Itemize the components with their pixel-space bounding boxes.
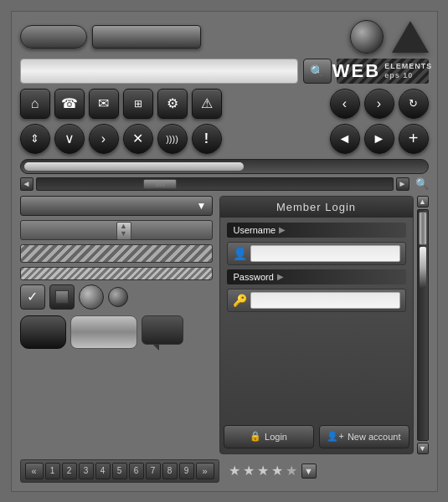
page-next[interactable]: » bbox=[196, 463, 214, 479]
icon-settings[interactable]: ⚙ bbox=[157, 89, 188, 119]
striped-bar-1 bbox=[20, 244, 213, 263]
icon-exclaim[interactable]: ! bbox=[192, 124, 222, 154]
icon-arrow-down[interactable]: ∨ bbox=[54, 124, 85, 154]
icon-warning[interactable]: ⚠ bbox=[192, 89, 222, 119]
slider-handle[interactable]: ▲▼ bbox=[116, 222, 131, 240]
lock-icon: 🔒 bbox=[250, 431, 261, 442]
icon-refresh[interactable]: ↻ bbox=[399, 89, 429, 119]
new-account-label: New account bbox=[348, 432, 401, 442]
vscroll-up[interactable]: ▲ bbox=[417, 196, 429, 207]
username-input-row: 👤 bbox=[227, 242, 406, 265]
login-button[interactable]: 🔒 Login bbox=[224, 425, 314, 448]
icon-left[interactable]: ‹ bbox=[330, 89, 360, 119]
password-input-row: 🔑 bbox=[227, 289, 406, 312]
key-icon: 🔑 bbox=[233, 294, 247, 307]
pill-button-1[interactable] bbox=[20, 25, 87, 49]
icon-arrows-ud[interactable]: ⇕ bbox=[20, 124, 50, 154]
checkbox-check-icon: ✓ bbox=[27, 289, 38, 305]
radio-button-lg[interactable] bbox=[79, 284, 104, 310]
dropdown-bar[interactable]: ▼ bbox=[20, 196, 213, 216]
star-4[interactable]: ★ bbox=[271, 463, 283, 479]
page-8[interactable]: 8 bbox=[162, 463, 178, 479]
add-user-icon: 👤+ bbox=[327, 431, 343, 442]
icon-phone[interactable]: ☎ bbox=[54, 89, 85, 119]
user-icon: 👤 bbox=[233, 247, 247, 260]
speech-bubble[interactable] bbox=[142, 315, 183, 345]
page-9[interactable]: 9 bbox=[179, 463, 194, 479]
page-2[interactable]: 2 bbox=[62, 463, 77, 479]
radio-button-sm[interactable] bbox=[108, 287, 128, 307]
big-buttons-row bbox=[20, 315, 213, 349]
web-badge: WEB ELEMENTS eps 10 bbox=[337, 59, 429, 84]
scroll-right[interactable]: ► bbox=[396, 177, 409, 191]
username-label: Username bbox=[227, 223, 406, 238]
checkbox[interactable]: ✓ bbox=[20, 284, 45, 310]
triangle-button[interactable] bbox=[392, 21, 429, 53]
scrollbar-thumb[interactable]: ⦀⦀⦀ bbox=[143, 179, 177, 189]
icon-arrow-right-sm[interactable]: › bbox=[89, 124, 119, 154]
login-body: Username 👤 Password 🔑 bbox=[220, 218, 413, 425]
bottom-section: ▼ ▲▼ ✓ bbox=[20, 196, 429, 454]
page-6[interactable]: 6 bbox=[129, 463, 144, 479]
icon-close[interactable]: ✕ bbox=[123, 124, 153, 154]
search-button[interactable]: 🔍 bbox=[303, 59, 332, 84]
password-input[interactable] bbox=[250, 292, 400, 309]
icon-row-2: ⇕ ∨ › ✕ )))) ! ◄ ► + bbox=[20, 124, 429, 154]
scrollbar-row: ◄ ⦀⦀⦀ ► 🔍 bbox=[20, 177, 429, 191]
web-badge-main: WEB bbox=[332, 60, 380, 82]
pagination-section: « 1 2 3 4 5 6 7 8 9 » ★ ★ ★ ★ ★ ▼ bbox=[20, 459, 429, 483]
scroll-left[interactable]: ◄ bbox=[20, 177, 33, 191]
page-scroll-down[interactable]: ▼ bbox=[301, 464, 317, 479]
page-prev[interactable]: « bbox=[25, 463, 44, 479]
silver-button[interactable] bbox=[70, 315, 137, 349]
icon-right[interactable]: › bbox=[364, 89, 394, 119]
progress-fill bbox=[24, 162, 245, 171]
icon-prev[interactable]: ◄ bbox=[330, 124, 360, 154]
star-2[interactable]: ★ bbox=[243, 463, 255, 479]
page-7[interactable]: 7 bbox=[146, 463, 161, 479]
vscroll-track[interactable] bbox=[417, 209, 429, 441]
pagination-bar: « 1 2 3 4 5 6 7 8 9 » bbox=[20, 459, 219, 483]
left-controls: ▼ ▲▼ ✓ bbox=[20, 196, 213, 454]
new-account-button[interactable]: 👤+ New account bbox=[319, 425, 409, 448]
page-5[interactable]: 5 bbox=[112, 463, 127, 479]
controls-grid: ✓ bbox=[20, 284, 213, 310]
slider-bar[interactable]: ▲▼ bbox=[20, 220, 213, 240]
circle-button[interactable] bbox=[350, 20, 384, 54]
login-btn-label: Login bbox=[265, 432, 287, 442]
login-panel: Member Login Username 👤 Password 🔑 bbox=[219, 196, 414, 454]
vscroll-thumb[interactable] bbox=[419, 212, 427, 245]
slider-arrows: ▲▼ bbox=[117, 223, 131, 238]
scrollbar-track[interactable]: ⦀⦀⦀ bbox=[36, 177, 394, 191]
vertical-scrollbar: ▲ ▼ bbox=[417, 196, 429, 454]
icon-network[interactable]: ⊞ bbox=[123, 89, 153, 119]
pen-icon bbox=[420, 247, 426, 289]
star-5[interactable]: ★ bbox=[286, 463, 297, 479]
stars-row: ★ ★ ★ ★ ★ bbox=[229, 463, 297, 479]
login-buttons: 🔒 Login 👤+ New account bbox=[220, 425, 413, 453]
page-3[interactable]: 3 bbox=[79, 463, 94, 479]
web-badge-sub2: eps 10 bbox=[384, 71, 432, 80]
password-label: Password bbox=[227, 269, 406, 284]
page-1[interactable]: 1 bbox=[45, 463, 60, 479]
icon-next[interactable]: ► bbox=[364, 124, 394, 154]
username-input[interactable] bbox=[250, 245, 400, 262]
icon-home[interactable]: ⌂ bbox=[20, 89, 50, 119]
nested-square[interactable] bbox=[49, 284, 75, 310]
login-title: Member Login bbox=[220, 197, 413, 218]
search-icon-small: 🔍 bbox=[415, 177, 429, 190]
black-rounded-button[interactable] bbox=[20, 315, 66, 349]
page-4[interactable]: 4 bbox=[95, 463, 111, 479]
star-1[interactable]: ★ bbox=[229, 463, 240, 479]
vscroll-down[interactable]: ▼ bbox=[417, 443, 429, 454]
progress-bar[interactable] bbox=[20, 159, 429, 174]
icon-wifi[interactable]: )))) bbox=[157, 124, 188, 154]
star-3[interactable]: ★ bbox=[257, 463, 269, 479]
login-section: Member Login Username 👤 Password 🔑 bbox=[219, 196, 429, 454]
icon-mail[interactable]: ✉ bbox=[89, 89, 119, 119]
icon-plus[interactable]: + bbox=[399, 124, 429, 154]
rect-button-1[interactable] bbox=[92, 25, 201, 49]
search-bar[interactable] bbox=[20, 59, 298, 84]
dropdown-arrow-icon: ▼ bbox=[197, 200, 207, 212]
main-container: 🔍 WEB ELEMENTS eps 10 ⌂ ☎ ✉ ⊞ ⚙ ⚠ ‹ › ↻ … bbox=[11, 11, 438, 492]
